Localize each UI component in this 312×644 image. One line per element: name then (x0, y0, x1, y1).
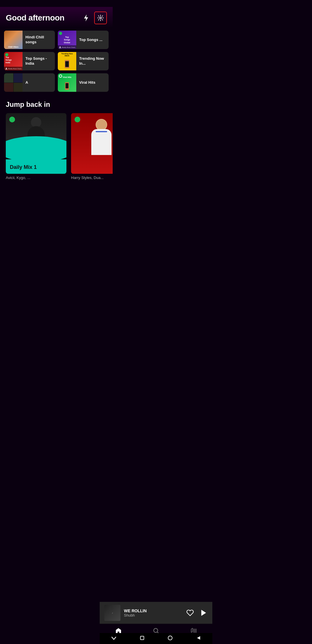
jump-back-title: Jump back in (0, 95, 113, 113)
card-daily-mix[interactable]: Daily Mix 1 Avicii, Kygo, ... (6, 113, 66, 180)
card-today-hits-sub: Harry Styles, Dua... (71, 176, 113, 180)
now-playing-album-art: ♪ (104, 605, 113, 621)
now-playing-thumb: ♪ (104, 605, 113, 621)
status-bar (0, 0, 113, 7)
grid-item-label-top-global: Top Songs ... (76, 38, 105, 42)
grid-item-trending-india[interactable]: Trending NowINDIA Trending Now In... (58, 52, 109, 70)
thumb-hindi-chill: Chill Vibes (4, 31, 23, 49)
grid-item-label-hindi-chill: Hindi Chill songs (23, 35, 55, 45)
grid-item-top-global[interactable]: TopSongsGlobal Weekly Music Charts Top S… (58, 31, 109, 49)
thumb-top-global: TopSongsGlobal Weekly Music Charts (58, 31, 76, 49)
grid-item-hindi-chill[interactable]: Chill Vibes Hindi Chill songs (4, 31, 55, 49)
greeting-title: Good afternoon (6, 13, 64, 23)
thumb-top-india: TopSongsIndia Weekly Music Charts (4, 52, 23, 70)
flash-icon[interactable] (82, 14, 90, 22)
grid-item-top-india[interactable]: TopSongsIndia Weekly Music Charts Top So… (4, 52, 55, 70)
grid-item-label-liked: A (23, 80, 31, 85)
grid-item-liked[interactable]: A (4, 73, 55, 92)
card-today-hits[interactable]: TMH TODAY'STOP HITS Harry Styles, Dua... (71, 113, 113, 180)
card-daily-mix-title: Daily Mix 1 (10, 164, 37, 170)
quick-access-grid: Chill Vibes Hindi Chill songs TopSongsGl… (0, 28, 113, 95)
settings-button[interactable] (94, 12, 107, 24)
header-icons (82, 12, 107, 24)
grid-item-label-top-india: Top Songs - India (23, 56, 55, 66)
card-daily-mix-sub: Avicii, Kygo, ... (6, 176, 66, 180)
system-nav-bar (100, 633, 113, 644)
system-down-button[interactable] (111, 636, 113, 641)
grid-item-viral[interactable]: Viral Hits Viral Hits (58, 73, 109, 92)
svg-marker-0 (84, 14, 88, 21)
grid-item-label-viral: Viral Hits (76, 80, 98, 85)
thumb-viral: Viral Hits (58, 73, 76, 92)
grid-item-label-trending-india: Trending Now In... (76, 56, 109, 66)
svg-point-1 (100, 17, 101, 19)
now-playing-bar: ♪ WE ROLLIN Shubh (100, 602, 113, 624)
app-header: Good afternoon (0, 7, 113, 28)
card-image-today-hits: TMH TODAY'STOP HITS (71, 113, 113, 174)
card-image-daily-mix: Daily Mix 1 (6, 113, 66, 174)
thumb-trending-india: Trending NowINDIA (58, 52, 76, 70)
jump-back-scroll[interactable]: Daily Mix 1 Avicii, Kygo, ... TMH T (0, 113, 113, 186)
thumb-liked (4, 73, 23, 92)
